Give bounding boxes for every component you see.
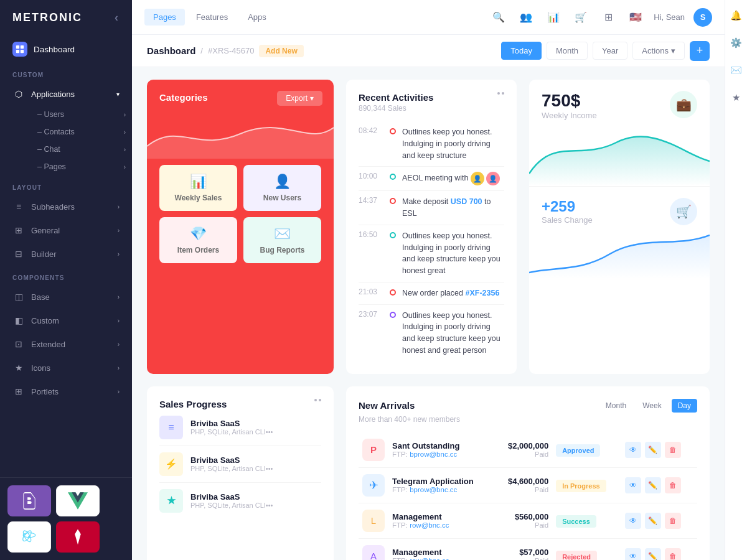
sidebar-item-icons[interactable]: ★ Icons › — [0, 356, 132, 380]
search-btn[interactable]: 🔍 — [489, 8, 508, 27]
users-btn[interactable]: 👥 — [517, 8, 535, 27]
row-1: Categories Export ▾ 📊 Weekly Sales — [147, 80, 710, 374]
action-delete-btn[interactable]: 🗑 — [665, 477, 681, 493]
activity-text: Outlines keep you honest. Indulging in p… — [402, 126, 504, 161]
avatar-2: 👤 — [486, 172, 500, 185]
arrival-paid: Paid — [499, 450, 548, 458]
activity-dot — [390, 289, 396, 296]
mini-card-bug-reports[interactable]: ✉️ Bug Reports — [243, 217, 321, 263]
mini-card-new-users[interactable]: 👤 New Users — [243, 165, 321, 211]
action-view-btn[interactable]: 👁 — [625, 548, 641, 561]
sales-change-icon: 🛒 — [670, 198, 697, 225]
income-label: Weekly Income — [542, 111, 597, 120]
filter-today-btn[interactable]: Today — [501, 42, 542, 60]
sidebar-item-base[interactable]: ◫ Base › — [0, 285, 132, 309]
status-badge: Rejected — [556, 551, 597, 561]
nav-tab-features[interactable]: Features — [187, 9, 237, 26]
section-layout-label: LAYOUT — [0, 175, 132, 195]
cart-btn[interactable]: 🛒 — [571, 8, 590, 27]
arrival-ftp: FTP: bprow@bnc.cc — [392, 450, 491, 458]
activity-link: #XF-2356 — [465, 289, 499, 297]
add-new-btn[interactable]: Add New — [259, 45, 303, 57]
logo-area: METRONIC ‹ — [0, 0, 132, 35]
activity-time: 16:50 — [359, 230, 383, 239]
sales-progress-menu[interactable] — [314, 399, 321, 401]
activities-menu[interactable] — [497, 92, 504, 95]
nav-tab-pages[interactable]: Pages — [144, 9, 185, 26]
arrival-amount-cell: $57,000 Paid — [495, 538, 552, 560]
mini-card-item-orders[interactable]: 💎 Item Orders — [159, 217, 237, 263]
action-view-btn[interactable]: 👁 — [625, 442, 641, 458]
filter-year-btn[interactable]: Year — [593, 42, 627, 60]
svg-marker-6 — [75, 530, 80, 544]
sidebar-item-chat[interactable]: – Chat › — [31, 141, 132, 158]
sales-change-value: +259 — [542, 198, 593, 215]
grid-btn[interactable]: ⊞ — [599, 8, 618, 27]
income-icon: 💼 — [670, 91, 697, 118]
extended-label: Extended — [31, 340, 65, 349]
dot2 — [319, 399, 321, 401]
action-icons: 👁 ✏️ 🗑 — [625, 477, 693, 493]
arrival-logo: P — [362, 439, 385, 461]
action-view-btn[interactable]: 👁 — [625, 513, 641, 529]
activity-dot — [390, 128, 396, 134]
action-view-btn[interactable]: 👁 — [625, 477, 641, 493]
filter-month-btn[interactable]: Month — [547, 42, 588, 60]
export-chevron: ▾ — [310, 94, 314, 103]
nav-tab-apps[interactable]: Apps — [239, 9, 275, 26]
action-edit-btn[interactable]: ✏️ — [645, 513, 661, 529]
arrival-amount-cell: $560,000 Paid — [495, 503, 552, 538]
action-delete-btn[interactable]: 🗑 — [665, 513, 681, 529]
arrivals-filter-day[interactable]: Day — [672, 399, 697, 413]
add-btn[interactable]: + — [690, 41, 710, 61]
sidebar-item-applications[interactable]: ⬡ Applications ▾ — [0, 82, 132, 106]
income-top: 750$ Weekly Income 💼 — [529, 80, 710, 124]
arrivals-title-area: New Arrivals — [359, 400, 415, 411]
progress-desc: PHP, SQLite, Artisan CLI••• — [190, 428, 321, 436]
user-avatar[interactable]: S — [693, 8, 712, 27]
sidebar-item-subheaders[interactable]: ≡ Subheaders › — [0, 195, 132, 218]
rs-send-icon[interactable]: ✉️ — [727, 61, 746, 80]
export-button[interactable]: Export ▾ — [277, 91, 322, 106]
arrival-amount: $2,000,000 — [499, 441, 548, 450]
arrivals-header: New Arrivals Month Week Day — [359, 399, 697, 413]
mini-card-weekly-sales[interactable]: 📊 Weekly Sales — [159, 165, 237, 211]
top-navigation: Pages Features Apps 🔍 👥 📊 🛒 ⊞ 🇺🇸 Hi, Sea… — [132, 0, 725, 35]
arrival-ftp: FTP: bprow@bnc.cc — [392, 486, 491, 493]
sales-progress-title: Sales Progress — [159, 399, 227, 409]
arrival-paid: Paid — [499, 486, 548, 493]
sidebar-item-extended[interactable]: ⊡ Extended › — [0, 332, 132, 356]
breadcrumb-id: #XRS-45670 — [208, 46, 254, 55]
action-edit-btn[interactable]: ✏️ — [645, 548, 661, 561]
sidebar-item-builder[interactable]: ⊟ Builder › — [0, 242, 132, 266]
progress-avatar: ≡ — [159, 416, 183, 439]
sidebar-item-dashboard[interactable]: Dashboard — [0, 35, 132, 63]
action-edit-btn[interactable]: ✏️ — [645, 477, 661, 493]
progress-list: ≡ Briviba SaaS PHP, SQLite, Artisan CLI•… — [159, 409, 321, 519]
sidebar-item-general[interactable]: ⊞ General › — [0, 218, 132, 242]
rs-gear-icon[interactable]: ⚙️ — [727, 34, 746, 52]
sidebar-collapse-btn[interactable]: ‹ — [115, 11, 120, 24]
sidebar-item-contacts[interactable]: – Contacts › — [31, 123, 132, 141]
progress-name: Briviba SaaS — [190, 419, 321, 428]
sidebar-item-users[interactable]: – Users › — [31, 106, 132, 123]
arrival-ftp: FTP: row@bnc.cc — [392, 521, 491, 529]
arrivals-filter-week[interactable]: Week — [636, 399, 667, 413]
chart-btn[interactable]: 📊 — [544, 8, 563, 27]
sidebar-item-custom[interactable]: ◧ Custom › — [0, 309, 132, 332]
action-delete-btn[interactable]: 🗑 — [665, 442, 681, 458]
rs-star-icon[interactable]: ★ — [727, 88, 746, 107]
sidebar-item-portlets[interactable]: ⊞ Portlets › — [0, 380, 132, 403]
sidebar-item-pages[interactable]: – Pages › — [31, 158, 132, 175]
progress-info: Briviba SaaS PHP, SQLite, Artisan CLI••• — [190, 492, 321, 509]
arrival-ftp-link: row@bnc.cc — [410, 557, 449, 560]
arrival-name: Management — [392, 548, 491, 557]
arrivals-filter-month[interactable]: Month — [599, 399, 632, 413]
rs-bell-icon[interactable]: 🔔 — [727, 6, 746, 25]
action-delete-btn[interactable]: 🗑 — [665, 548, 681, 561]
categories-card: Categories Export ▾ 📊 Weekly Sales — [147, 80, 334, 374]
progress-info: Briviba SaaS PHP, SQLite, Artisan CLI••• — [190, 455, 321, 472]
action-edit-btn[interactable]: ✏️ — [645, 442, 661, 458]
arrival-row: ✈ Telegram Application FTP: bprow@bnc.cc… — [359, 467, 697, 503]
actions-dropdown-btn[interactable]: Actions ▾ — [632, 42, 685, 60]
